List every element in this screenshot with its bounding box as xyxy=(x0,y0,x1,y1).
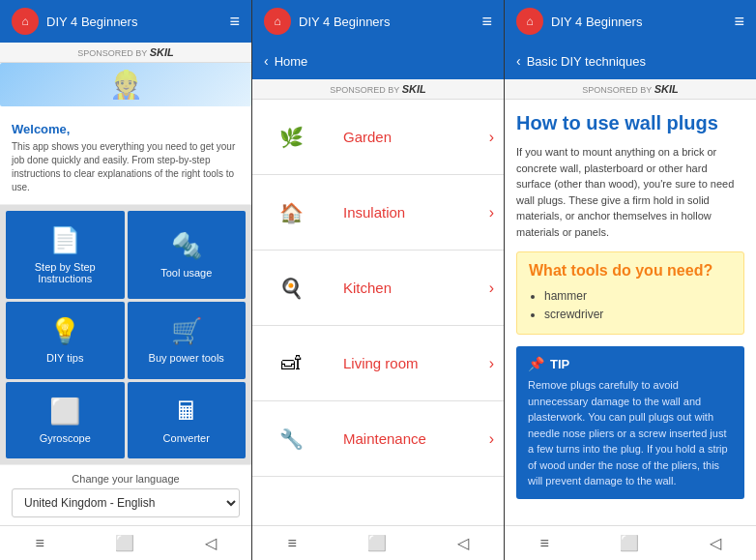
language-label: Change your language xyxy=(12,473,240,485)
category-item-garden[interactable]: 🌿 Garden › xyxy=(252,100,504,175)
diy-tips-icon: 💡 xyxy=(49,316,80,346)
nav-home-icon-s3[interactable]: ⬜ xyxy=(620,534,639,552)
back-arrow-screen2: ‹ xyxy=(264,53,269,69)
welcome-image: 👷 xyxy=(0,63,251,106)
grid-item-buy-tools[interactable]: 🛒 Buy power tools xyxy=(128,302,247,378)
nav-menu-icon-s3[interactable]: ≡ xyxy=(539,535,548,552)
tool-item-hammer: hammer xyxy=(544,287,732,306)
category-thumb-kitchen: 🍳 xyxy=(252,251,330,326)
bottom-nav-screen2: ≡ ⬜ ◁ xyxy=(252,525,504,560)
screen-categories: ⌂ DIY 4 Beginners ≡ ‹ Home SPONSORED BY … xyxy=(252,0,505,560)
grid-item-converter[interactable]: 🖩 Converter xyxy=(128,382,247,458)
welcome-text: This app shows you everything you need t… xyxy=(12,140,240,194)
sponsored-bar-screen1: SPONSORED BY SKIL xyxy=(0,43,251,63)
nav-back-icon[interactable]: ◁ xyxy=(205,534,217,552)
step-by-step-icon: 📄 xyxy=(49,225,80,255)
converter-icon: 🖩 xyxy=(174,397,199,427)
category-thumb-insulation: 🏠 xyxy=(252,175,330,251)
category-arrow-maintenance: › xyxy=(489,430,504,448)
nav-back-icon-s2[interactable]: ◁ xyxy=(457,534,469,552)
category-item-maintenance[interactable]: 🔧 Maintenance › xyxy=(252,401,504,477)
back-bar-screen3[interactable]: ‹ Basic DIY techniques xyxy=(505,43,756,79)
article-content: How to use wall plugs If you want to mou… xyxy=(505,100,756,525)
category-arrow-insulation: › xyxy=(489,204,504,221)
buy-tools-icon: 🛒 xyxy=(171,316,202,346)
diy-tips-label: DIY tips xyxy=(46,352,83,364)
logo-screen3: ⌂ DIY 4 Beginners xyxy=(516,8,642,35)
category-item-living[interactable]: 🛋 Living room › xyxy=(252,326,504,401)
grid-container: 📄 Step by Step Instructions 🔩 Tool usage… xyxy=(0,205,251,464)
category-arrow-living: › xyxy=(489,355,504,372)
bottom-nav-screen1: ≡ ⬜ ◁ xyxy=(0,525,251,560)
logo-screen1: ⌂ DIY 4 Beginners xyxy=(12,8,137,35)
back-label-screen2: Home xyxy=(275,54,308,69)
category-name-garden: Garden xyxy=(330,129,489,145)
header-screen1: ⌂ DIY 4 Beginners ≡ xyxy=(0,0,251,43)
article-text: If you want to mount anything on a brick… xyxy=(516,144,744,240)
grid-item-tool-usage[interactable]: 🔩 Tool usage xyxy=(128,211,247,299)
category-name-kitchen: Kitchen xyxy=(330,280,489,296)
category-list: 🌿 Garden › 🏠 Insulation › 🍳 Kitchen › 🛋 … xyxy=(252,100,504,525)
back-label-screen3: Basic DIY techniques xyxy=(527,54,646,69)
app-title-screen3: DIY 4 Beginners xyxy=(551,15,642,29)
nav-menu-icon-s2[interactable]: ≡ xyxy=(287,535,296,552)
grid-item-diy-tips[interactable]: 💡 DIY tips xyxy=(6,302,125,378)
step-by-step-label: Step by Step Instructions xyxy=(12,261,119,284)
hamburger-menu-screen3[interactable]: ≡ xyxy=(734,12,744,32)
tool-usage-label: Tool usage xyxy=(160,267,212,279)
nav-back-icon-s3[interactable]: ◁ xyxy=(710,534,721,552)
converter-label: Converter xyxy=(163,432,210,444)
article-title: How to use wall plugs xyxy=(516,111,744,134)
category-thumb-living: 🛋 xyxy=(252,326,330,401)
tip-text: Remove plugs carefully to avoid unnecess… xyxy=(528,377,733,489)
category-thumb-maintenance: 🔧 xyxy=(252,401,330,477)
welcome-title: Welcome, xyxy=(12,122,240,136)
tip-header: 📌 TIP xyxy=(528,356,733,371)
category-arrow-garden: › xyxy=(489,129,504,146)
nav-menu-icon[interactable]: ≡ xyxy=(35,535,44,552)
category-item-insulation[interactable]: 🏠 Insulation › xyxy=(252,175,504,251)
category-thumb-garden: 🌿 xyxy=(252,100,330,175)
gyroscope-icon: ⬜ xyxy=(49,397,80,427)
grid-item-step-by-step[interactable]: 📄 Step by Step Instructions xyxy=(6,211,125,299)
category-arrow-kitchen: › xyxy=(489,280,504,297)
language-select[interactable]: United Kingdom - English xyxy=(12,488,240,517)
app-title-screen1: DIY 4 Beginners xyxy=(46,15,137,29)
screen-home: ⌂ DIY 4 Beginners ≡ SPONSORED BY SKIL 👷 … xyxy=(0,0,252,560)
category-name-insulation: Insulation xyxy=(330,204,489,221)
screen-article: ⌂ DIY 4 Beginners ≡ ‹ Basic DIY techniqu… xyxy=(505,0,756,560)
tools-list: hammer screwdriver xyxy=(529,287,732,324)
grid-item-gyroscope[interactable]: ⬜ Gyroscope xyxy=(6,382,125,458)
gyroscope-label: Gyroscope xyxy=(40,432,91,444)
tool-item-screwdriver: screwdriver xyxy=(544,306,732,324)
category-name-maintenance: Maintenance xyxy=(330,430,489,447)
tip-pin-icon: 📌 xyxy=(528,356,544,371)
back-arrow-screen3: ‹ xyxy=(516,53,521,69)
app-title-screen2: DIY 4 Beginners xyxy=(299,15,390,29)
category-item-kitchen[interactable]: 🍳 Kitchen › xyxy=(252,251,504,326)
logo-icon-screen1: ⌂ xyxy=(12,8,39,35)
logo-screen2: ⌂ DIY 4 Beginners xyxy=(264,8,390,35)
hamburger-menu-screen2[interactable]: ≡ xyxy=(481,12,492,32)
category-name-living: Living room xyxy=(330,355,489,371)
tip-label: TIP xyxy=(550,357,569,371)
sponsored-bar-screen3: SPONSORED BY SKIL xyxy=(505,79,756,100)
language-section: Change your language United Kingdom - En… xyxy=(0,464,251,525)
hamburger-menu-screen1[interactable]: ≡ xyxy=(229,12,240,32)
back-bar-screen2[interactable]: ‹ Home xyxy=(252,43,504,79)
tool-usage-icon: 🔩 xyxy=(171,231,202,261)
buy-tools-label: Buy power tools xyxy=(149,352,224,364)
nav-home-icon-s2[interactable]: ⬜ xyxy=(367,534,387,552)
header-screen3: ⌂ DIY 4 Beginners ≡ xyxy=(505,0,756,43)
tools-box: What tools do you need? hammer screwdriv… xyxy=(516,251,744,335)
tools-box-title: What tools do you need? xyxy=(529,262,732,280)
sponsored-bar-screen2: SPONSORED BY SKIL xyxy=(252,79,504,100)
bottom-nav-screen3: ≡ ⬜ ◁ xyxy=(505,525,756,560)
header-screen2: ⌂ DIY 4 Beginners ≡ xyxy=(252,0,504,43)
nav-home-icon[interactable]: ⬜ xyxy=(115,534,134,552)
welcome-section: Welcome, This app shows you everything y… xyxy=(0,112,251,205)
tip-box: 📌 TIP Remove plugs carefully to avoid un… xyxy=(516,346,744,499)
logo-icon-screen2: ⌂ xyxy=(264,8,291,35)
logo-icon-screen3: ⌂ xyxy=(516,8,543,35)
